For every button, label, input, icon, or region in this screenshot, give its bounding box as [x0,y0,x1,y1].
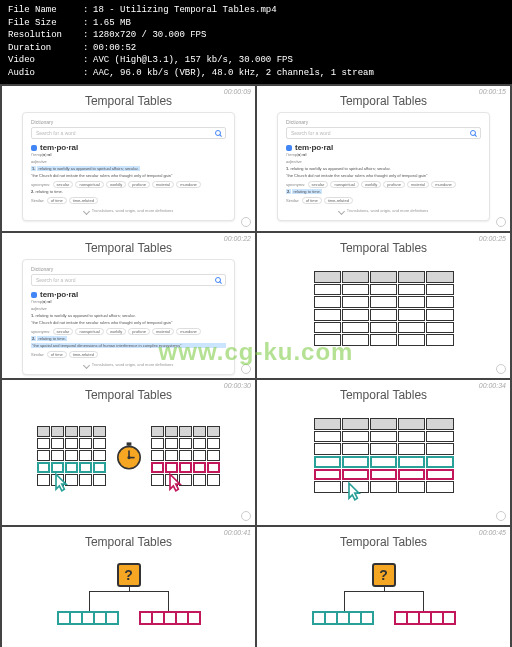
dictionary-card: Dictionary Search for a word tem·po·ral … [22,259,235,375]
duration-value: 00:00:52 [93,42,136,55]
corner-icon [496,511,506,521]
slide-title: Temporal Tables [2,380,255,406]
slide-title: Temporal Tables [2,527,255,553]
tree-diagram: ? [2,553,255,647]
thumbnail[interactable]: 00:00:09 Temporal Tables Dictionary Sear… [2,86,255,231]
file-size-value: 1.65 MB [93,17,131,30]
resolution-label: Resolution [8,29,83,42]
timestamp: 00:00:25 [479,235,506,242]
slide-title: Temporal Tables [257,380,510,406]
audio-label: Audio [8,67,83,80]
question-box: ? [117,563,141,587]
stopwatch-icon [113,440,145,472]
svg-rect-1 [126,442,131,445]
file-info-header: File Name:18 - Utilizing Temporal Tables… [0,0,512,84]
video-label: Video [8,54,83,67]
corner-icon [496,364,506,374]
duration-label: Duration [8,42,83,55]
slide-title: Temporal Tables [257,233,510,259]
timestamp: 00:00:34 [479,382,506,389]
search-icon [215,130,221,136]
search-icon [215,277,221,283]
timestamp: 00:00:22 [224,235,251,242]
slide-title: Temporal Tables [257,527,510,553]
row-strip [139,611,201,625]
speaker-icon [31,292,37,298]
slide-title: Temporal Tables [2,86,255,112]
search-input: Search for a word [31,127,226,139]
table-graphic [37,426,107,486]
thumbnail[interactable]: 00:00:45 Temporal Tables ? [257,527,510,647]
row-strip [394,611,456,625]
corner-icon [496,217,506,227]
table-graphic [314,418,454,493]
timestamp: 00:00:15 [479,88,506,95]
slide-title: Temporal Tables [2,233,255,259]
chevron-down-icon [83,362,90,369]
timestamp: 00:00:41 [224,529,251,536]
corner-icon [241,217,251,227]
table-graphic [314,271,454,346]
audio-value: AAC, 96.0 kb/s (VBR), 48.0 kHz, 2 channe… [93,67,374,80]
slide-title: Temporal Tables [257,86,510,112]
file-name-value: 18 - Utilizing Temporal Tables.mp4 [93,4,277,17]
cursor-icon [344,481,364,507]
thumbnail[interactable]: 00:00:22 Temporal Tables Dictionary Sear… [2,233,255,378]
timestamp: 00:00:30 [224,382,251,389]
chevron-down-icon [338,208,345,215]
file-size-label: File Size [8,17,83,30]
row-strip [57,611,119,625]
table-graphic [151,426,221,486]
speaker-icon [286,145,292,151]
dictionary-card: Dictionary Search for a word tem·po·ral … [22,112,235,221]
thumbnail[interactable]: 00:00:30 Temporal Tables [2,380,255,525]
cursor-icon [51,472,71,498]
question-box: ? [372,563,396,587]
tree-diagram: ? [257,553,510,647]
svg-point-5 [127,456,130,459]
corner-icon [241,511,251,521]
thumbnail[interactable]: 00:00:34 Temporal Tables [257,380,510,525]
cursor-icon [165,472,185,498]
timestamp: 00:00:09 [224,88,251,95]
thumbnail[interactable]: 00:00:15 Temporal Tables Dictionary Sear… [257,86,510,231]
resolution-value: 1280x720 / 30.000 FPS [93,29,206,42]
row-strip [312,611,374,625]
speaker-icon [31,145,37,151]
timestamp: 00:00:45 [479,529,506,536]
video-value: AVC (High@L3.1), 157 kb/s, 30.000 FPS [93,54,293,67]
thumbnail[interactable]: 00:00:25 Temporal Tables [257,233,510,378]
dictionary-card: Dictionary Search for a word tem·po·ral … [277,112,490,221]
file-name-label: File Name [8,4,83,17]
thumbnail-grid: 00:00:09 Temporal Tables Dictionary Sear… [0,84,512,647]
chevron-down-icon [83,208,90,215]
thumbnail[interactable]: 00:00:41 Temporal Tables ? [2,527,255,647]
search-icon [470,130,476,136]
corner-icon [241,364,251,374]
